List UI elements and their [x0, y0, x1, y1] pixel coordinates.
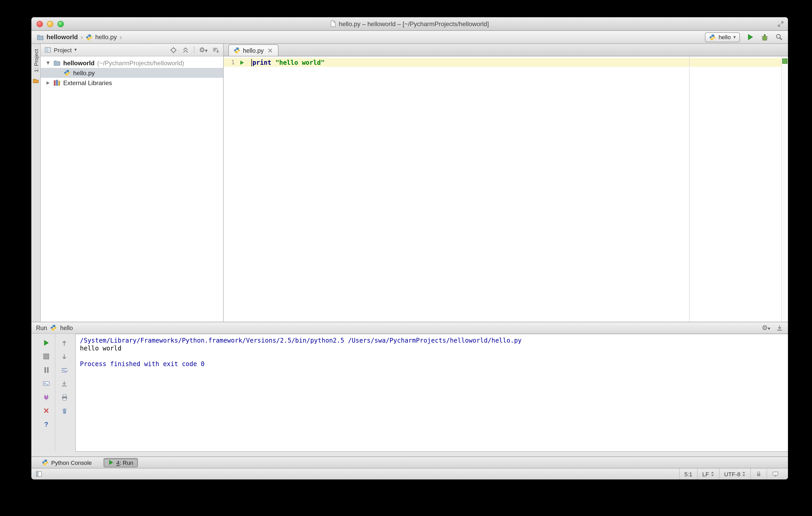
console-line: Process finished with exit code 0 — [80, 360, 784, 368]
next-occurrence-button[interactable] — [60, 352, 69, 361]
tree-node-label: External Libraries — [63, 79, 112, 86]
zoom-window-button[interactable] — [57, 21, 64, 27]
console-line: hello world — [80, 345, 784, 353]
tool-window-bar: Python Console 4: Run — [31, 456, 788, 468]
inspection-status-indicator[interactable] — [782, 59, 787, 64]
close-panel-button[interactable]: × — [41, 406, 51, 415]
code-string: "hello world" — [276, 59, 324, 66]
project-stripe-button[interactable]: 1: Project — [33, 49, 39, 72]
caret-position-widget[interactable]: 5:1 — [679, 468, 697, 480]
folder-icon — [53, 60, 61, 66]
tree-collapsed-icon[interactable]: ▶ — [46, 81, 51, 85]
status-widgets: 5:1 LF UTF-8 — [679, 468, 784, 480]
window-titlebar[interactable]: hello.py – helloworld – [~/PycharmProjec… — [31, 17, 788, 31]
python-console-button[interactable]: Python Console — [38, 458, 96, 467]
lock-icon — [756, 471, 762, 477]
line-separator-widget[interactable]: LF — [697, 468, 719, 480]
encoding-widget[interactable]: UTF-8 — [719, 468, 750, 480]
attach-plug-icon[interactable] — [41, 393, 51, 402]
scroll-to-end-icon[interactable] — [60, 379, 69, 388]
breadcrumb-item-hellopy[interactable]: hello.py — [95, 33, 117, 41]
console-line — [80, 353, 784, 360]
rerun-button[interactable] — [41, 338, 51, 347]
tree-node-hellopy[interactable]: hello.py — [41, 68, 223, 78]
python-icon — [42, 459, 49, 466]
updown-arrows-icon — [742, 471, 746, 477]
right-margin-guide — [689, 56, 690, 322]
project-panel-toolbar: ⚙▾ — [170, 46, 220, 54]
run-configuration-select[interactable]: hello ▾ — [705, 32, 740, 42]
close-window-button[interactable] — [36, 21, 43, 27]
run-tab-button[interactable]: 4: Run — [103, 458, 138, 467]
run-line-marker-icon[interactable] — [239, 60, 244, 65]
project-panel-header: Project ▾ ⚙▾ — [41, 44, 223, 56]
updown-arrows-icon — [710, 471, 714, 477]
python-file-icon — [64, 69, 70, 76]
chevron-down-icon[interactable]: ▾ — [75, 48, 77, 52]
soft-wrap-icon[interactable] — [60, 366, 69, 374]
settings-gear-icon[interactable]: ⚙▾ — [762, 324, 770, 331]
tree-expanded-icon[interactable]: ▼ — [46, 61, 51, 65]
error-stripe[interactable] — [781, 56, 788, 322]
project-view-selector[interactable]: Project — [54, 47, 72, 53]
project-tree: ▼ helloworld (~/PycharmProjects/hellowor… — [41, 56, 223, 88]
editor-content[interactable]: 1 print"hello world" — [224, 56, 788, 322]
folder-icon — [36, 34, 44, 40]
search-icon[interactable] — [776, 33, 783, 41]
text-caret — [251, 59, 252, 66]
settings-gear-icon[interactable]: ⚙▾ — [199, 47, 207, 53]
editor-tab-hellopy[interactable]: hello.py × — [228, 44, 278, 56]
console-line: /System/Library/Frameworks/Python.framew… — [80, 337, 784, 345]
tool-window-stripe: 1: Project — [31, 44, 41, 322]
code-keyword: print — [252, 59, 271, 66]
navigation-bar: helloworld › hello.py › hello ▾ — [31, 31, 788, 44]
toolbar-separator — [194, 47, 194, 53]
close-tab-icon[interactable]: × — [267, 47, 273, 54]
minimize-window-button[interactable] — [47, 21, 53, 27]
toolwindow-toggle-icon[interactable] — [35, 471, 42, 477]
chevron-down-icon: ▾ — [733, 35, 736, 39]
python-file-icon — [234, 47, 240, 54]
line-number[interactable]: 1 — [226, 59, 235, 66]
debug-button[interactable] — [761, 33, 768, 41]
readonly-lock-widget[interactable] — [750, 468, 766, 480]
tree-node-external-libraries[interactable]: ▶ External Libraries — [41, 78, 223, 88]
python-console-label: Python Console — [51, 459, 92, 465]
run-process-label: hello — [60, 325, 73, 331]
run-configuration-label: hello — [719, 34, 731, 40]
stop-button[interactable] — [41, 352, 51, 361]
console-output[interactable]: /System/Library/Frameworks/Python.framew… — [75, 334, 788, 452]
tree-node-path: (~/PycharmProjects/helloworld) — [97, 59, 184, 67]
window-title: hello.py – helloworld – [~/PycharmProjec… — [330, 20, 489, 27]
python-icon — [709, 34, 716, 40]
fullscreen-icon[interactable] — [778, 21, 784, 27]
help-button[interactable]: ? — [41, 420, 51, 429]
run-panel-header: Run hello ⚙▾ — [31, 322, 788, 334]
editor-tab-label: hello.py — [243, 47, 264, 54]
print-icon[interactable] — [60, 393, 69, 402]
chevron-right-icon: › — [81, 34, 83, 40]
locate-file-icon[interactable] — [170, 46, 177, 54]
run-icon — [108, 460, 114, 465]
status-bar: 5:1 LF UTF-8 — [31, 468, 788, 480]
run-panel-title: Run — [36, 325, 47, 331]
tree-node-root[interactable]: ▼ helloworld (~/PycharmProjects/hellowor… — [41, 58, 223, 68]
editor-area: hello.py × 1 print"hello world" — [224, 44, 788, 322]
show-console-icon[interactable] — [41, 379, 51, 388]
hide-panel-icon[interactable] — [776, 324, 783, 331]
run-button[interactable] — [747, 33, 754, 41]
libraries-icon — [53, 80, 61, 86]
pause-button[interactable] — [41, 366, 51, 374]
clear-trash-icon[interactable] — [60, 406, 69, 415]
code-line-1: 1 print"hello world" — [224, 58, 781, 67]
breadcrumb-item-helloworld[interactable]: helloworld — [47, 33, 78, 41]
prev-occurrence-button[interactable] — [60, 338, 69, 347]
run-tool-window: Run hello ⚙▾ × ? — [31, 322, 788, 456]
stripe-tool-icon[interactable] — [32, 78, 39, 84]
breadcrumb: helloworld › hello.py › — [36, 33, 122, 41]
collapse-all-icon[interactable] — [182, 46, 189, 54]
monitor-icon — [772, 471, 779, 477]
python-file-icon — [86, 34, 92, 40]
sort-icon[interactable] — [212, 46, 220, 54]
highlighting-level-widget[interactable] — [766, 468, 784, 480]
